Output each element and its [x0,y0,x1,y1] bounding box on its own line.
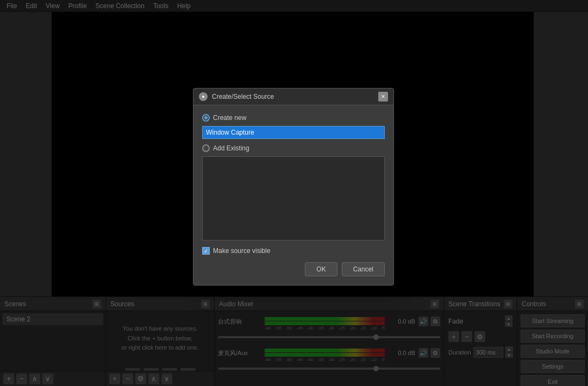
ok-button[interactable]: OK [305,262,337,276]
obs-icon: ● [199,92,208,101]
create-select-source-dialog: ● Create/Select Source × Create new Add … [193,88,394,286]
make-visible-label: Make source visible [213,247,270,255]
cancel-button[interactable]: Cancel [342,262,385,276]
modal-close-button[interactable]: × [378,92,388,102]
make-visible-row: ✓ Make source visible [202,247,385,255]
sources-list-box[interactable] [202,156,385,241]
modal-body: Create new Add Existing ✓ Make source vi… [193,105,393,285]
modal-titlebar: ● Create/Select Source × [193,88,393,105]
create-new-radio[interactable] [202,114,210,122]
modal-buttons: OK Cancel [202,262,385,276]
add-existing-radio-row: Add Existing [202,144,385,152]
modal-title-row: ● Create/Select Source [199,92,274,101]
modal-title: Create/Select Source [212,93,274,100]
source-name-input[interactable] [202,126,385,139]
add-existing-label: Add Existing [213,144,249,152]
create-new-radio-row: Create new [202,114,385,122]
create-new-radio-dot [204,116,208,119]
make-visible-checkbox[interactable]: ✓ [202,247,210,255]
add-existing-radio[interactable] [202,144,210,152]
modal-overlay: ● Create/Select Source × Create new Add … [0,0,588,386]
checkbox-check: ✓ [204,248,208,254]
create-new-label: Create new [213,114,246,122]
